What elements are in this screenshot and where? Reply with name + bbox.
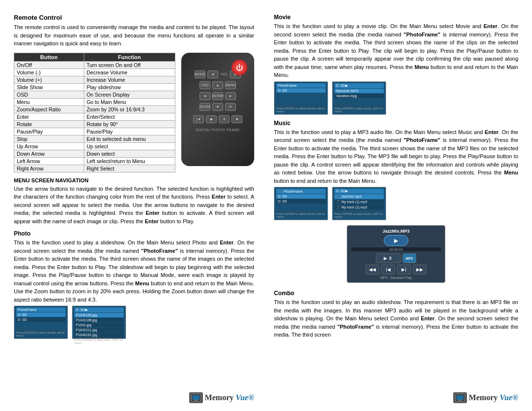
- table-cell: Slide Show: [14, 83, 84, 91]
- music-ff-btn[interactable]: ▶▶: [413, 265, 427, 274]
- osd-btn: OSD: [200, 81, 210, 89]
- brand-icon-left: [189, 392, 203, 403]
- brand-memory-right: Memory: [469, 393, 498, 402]
- music-thumb1-footer: Press ENTER to select device, left to re…: [276, 211, 326, 218]
- table-cell: Volume (-): [14, 68, 84, 76]
- stop-btn: ■: [232, 115, 242, 123]
- music-thumb2-footer: Press ENTER to play music, LEFT to retur…: [334, 211, 384, 218]
- right-column: Movie This is the function used to play …: [266, 0, 532, 411]
- music-thumb-2: D: SD▶ 🎵 Jazzmix.mp3 🎵 My track (1).mp3 …: [332, 187, 386, 220]
- rotate-btn: ⟳: [225, 103, 236, 111]
- thumb1-footer: Press ENTER to select device, left to re…: [16, 330, 66, 337]
- music-thumb1-item2: D: SD: [276, 199, 326, 204]
- photo-section: Photo This is the function used to play …: [14, 230, 254, 339]
- photo-thumb-2: D: SD▶ P1040193.jpg P1041196.jpg P1041.j…: [72, 306, 126, 339]
- table-cell: Rotate: [14, 120, 84, 128]
- svg-rect-6: [459, 400, 462, 401]
- remote-playback-row: |◄ ▶ ⏸ ■: [193, 115, 242, 123]
- brand-memory-left: Memory: [205, 393, 234, 402]
- music-thumbnails-row: 🎵 PhotoFrame D: SD D: SD Press ENTER to …: [274, 187, 518, 220]
- power-button-icon: ⏻: [232, 60, 247, 75]
- brand-logo-left: MemoryVue®: [189, 392, 254, 403]
- table-cell: Left select/return to Menu: [84, 157, 175, 165]
- button-function-table: Button Function On/OffTurn screen On and…: [14, 53, 175, 172]
- remote-control-intro: The remote control is used to convenient…: [14, 23, 254, 48]
- music-mode: MP3 : Standard Play: [351, 276, 441, 279]
- table-cell: Enter: [14, 113, 84, 120]
- table-cell: Down Arrow: [14, 150, 84, 157]
- menu-nav-title: MENU SCREEN NAVIGATION: [14, 177, 254, 183]
- svg-point-7: [455, 397, 456, 398]
- table-cell: Up select: [84, 142, 175, 150]
- music-next-btn[interactable]: ▶|: [397, 265, 411, 274]
- music-rew-btn[interactable]: ◀◀: [366, 265, 379, 274]
- music-playpause-btn[interactable]: ▶ ⏸: [376, 253, 400, 263]
- col-function: Function: [84, 53, 175, 61]
- combo-body: This is the function used to play an aud…: [274, 298, 518, 339]
- photo-thumb-1: PhotoFrame D: SD D: SD Press ENTER to se…: [14, 306, 68, 339]
- music-body: This is the function used to play a MP3 …: [274, 128, 518, 185]
- music-prev-btn[interactable]: |◀: [381, 265, 395, 274]
- vol-label: VOL: [220, 72, 228, 76]
- table-cell: Zoom by 20% or 16:9/4:3: [84, 105, 175, 113]
- table-cell: Right Arrow: [14, 165, 84, 172]
- movie-thumb-2: D: SD▶ Mymovie.MPG Vacation.mpg Press EN…: [332, 81, 386, 115]
- music-thumb2-item2: 🎵 My track (1).mp3: [334, 200, 384, 205]
- menu-nav-body: Use the arrow buttons to navigate to the…: [14, 185, 254, 226]
- svg-rect-1: [193, 395, 200, 400]
- movie-thumb2-title: D: SD▶: [334, 83, 384, 88]
- movie-thumbnails-row: PhotoFrame D: SD Press ENTER to select d…: [274, 81, 518, 115]
- remote-nav-row: ◄ ENTER ►: [200, 92, 236, 100]
- movie-thumb2-footer: Press ENTER to play movie, LEFT to retur…: [334, 106, 384, 113]
- movie-section: Movie This is the function used to play …: [274, 14, 518, 115]
- table-cell: Exit to selected sub menu: [84, 135, 175, 142]
- music-thumb-1: 🎵 PhotoFrame D: SD D: SD Press ENTER to …: [274, 187, 328, 220]
- music-seek-row: ◀◀ |◀ ▶| ▶▶: [351, 265, 441, 274]
- thumb2-item1: P1040193.jpg: [74, 313, 124, 317]
- remote-mid-row: OSD ▲ MENU: [200, 81, 236, 89]
- left-column: Remote Control The remote control is use…: [0, 0, 266, 411]
- up-btn: ▲: [212, 81, 223, 89]
- thumb2-item4: P1041211.jpg: [74, 328, 124, 332]
- vol-left-btn: ◄: [207, 70, 218, 78]
- thumb1-title: PhotoFrame: [16, 308, 66, 312]
- movie-thumb2-item2: Vacation.mpg: [334, 94, 384, 98]
- music-thumb2-item3: 🎵 My track (2).mp3: [334, 205, 384, 210]
- remote-section: Button Function On/OffTurn screen On and…: [14, 53, 254, 172]
- thumb1-item2: D: SD: [16, 317, 66, 322]
- left-footer: MemoryVue®: [14, 389, 254, 403]
- photo-thumbnails-row: PhotoFrame D: SD D: SD Press ENTER to se…: [14, 306, 254, 339]
- table-cell: Decrease Volume: [84, 68, 175, 76]
- remote-brand-label: DIGITAL PHOTO FRAME: [196, 128, 239, 132]
- movie-thumb2-item1: Mymovie.MPG: [334, 89, 384, 93]
- remote-control-section: Remote Control The remote control is use…: [14, 14, 254, 48]
- combo-title: Combo: [274, 290, 518, 297]
- music-thumb2-title: D: SD▶: [334, 189, 384, 194]
- music-panel-title: JazzMix.MP3: [351, 229, 441, 234]
- table-cell: Increase Volume: [84, 76, 175, 83]
- music-time: 00:00:04: [389, 248, 402, 251]
- photo-body: This is the function used to play a slid…: [14, 239, 254, 304]
- thumb2-item5: P1046191.jpg: [74, 333, 124, 337]
- movie-thumb1-footer: Press ENTER to select device, left to re…: [276, 106, 326, 113]
- zoom-btn: ZOOM: [200, 103, 210, 111]
- thumb2-item3: P1041.jpg: [74, 323, 124, 327]
- movie-title: Movie: [274, 14, 518, 21]
- enter-btn: ENTER: [212, 92, 223, 100]
- pause-btn: ⏸: [219, 115, 230, 123]
- mode-btn: MODE: [195, 70, 205, 78]
- table-cell: Go to Main Menu: [84, 98, 175, 105]
- table-cell: Turn screen On and Off: [84, 61, 175, 68]
- right-footer: MemoryVue®: [274, 389, 518, 403]
- brand-logo-right: MemoryVue®: [453, 392, 518, 403]
- movie-body: This is the function used to play a movi…: [274, 22, 518, 79]
- prev-btn: |◄: [193, 115, 204, 123]
- table-cell: Enter/Select: [84, 113, 175, 120]
- thumb2-title: D: SD▶: [74, 308, 124, 312]
- music-mp3-badge: MP3: [402, 253, 416, 263]
- music-thumb1-title: 🎵 PhotoFrame: [276, 189, 326, 194]
- table-cell: Play slideshow: [84, 83, 175, 91]
- table-cell: On Screen Display: [84, 91, 175, 98]
- photo-title: Photo: [14, 230, 254, 237]
- table-cell: Up Arrow: [14, 142, 84, 150]
